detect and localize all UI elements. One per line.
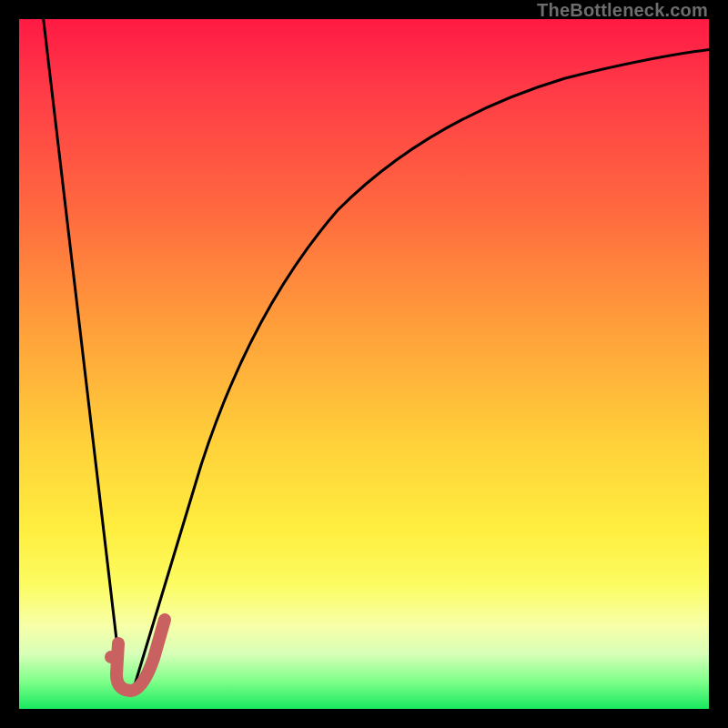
plot-area (19, 19, 709, 709)
bottleneck-curve (19, 19, 709, 709)
watermark-text: TheBottleneck.com (537, 0, 708, 21)
curve-left-branch (43, 19, 121, 678)
chart-root: TheBottleneck.com (0, 0, 728, 728)
marker-j-hook (116, 620, 165, 691)
curve-right-branch (134, 48, 709, 688)
